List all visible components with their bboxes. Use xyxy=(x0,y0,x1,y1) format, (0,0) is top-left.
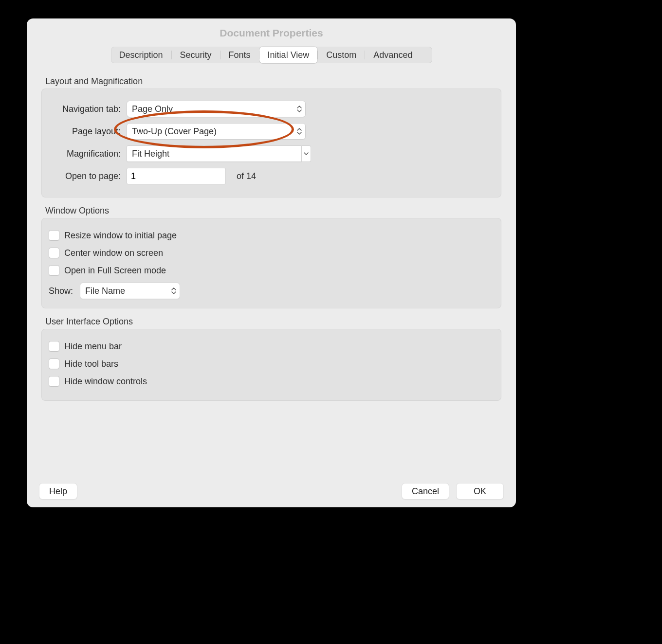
select-show[interactable]: File Name xyxy=(80,283,180,299)
section-layout: Navigation tab: Page Only Page layout: T… xyxy=(41,89,501,197)
checkbox-center-window[interactable] xyxy=(49,248,59,258)
label-of-pages: of 14 xyxy=(226,171,256,181)
label-magnification: Magnification: xyxy=(49,149,127,159)
select-page-layout-value: Two-Up (Cover Page) xyxy=(132,126,217,137)
cancel-button[interactable]: Cancel xyxy=(402,483,449,500)
label-hide-menu-bar: Hide menu bar xyxy=(64,341,122,352)
select-page-layout[interactable]: Two-Up (Cover Page) xyxy=(127,123,306,140)
combo-magnification-dropdown[interactable] xyxy=(302,145,311,162)
window-title: Document Properties xyxy=(27,18,516,47)
checkbox-resize-window[interactable] xyxy=(49,230,59,241)
help-button[interactable]: Help xyxy=(39,483,77,500)
label-fullscreen: Open in Full Screen mode xyxy=(64,266,166,276)
label-navigation-tab: Navigation tab: xyxy=(49,104,127,114)
section-title-window: Window Options xyxy=(41,197,501,218)
select-navigation-tab[interactable]: Page Only xyxy=(127,101,306,117)
label-open-to-page: Open to page: xyxy=(49,171,127,181)
checkbox-hide-tool-bars[interactable] xyxy=(49,358,59,369)
tab-description[interactable]: Description xyxy=(111,47,171,63)
updown-icon xyxy=(171,287,176,294)
tab-security[interactable]: Security xyxy=(172,47,220,63)
footer: Help Cancel OK xyxy=(27,483,516,500)
checkbox-fullscreen[interactable] xyxy=(49,265,59,276)
checkbox-hide-menu-bar[interactable] xyxy=(49,341,59,352)
input-open-to-page[interactable] xyxy=(127,168,226,184)
tab-advanced[interactable]: Advanced xyxy=(365,47,421,63)
select-show-value: File Name xyxy=(85,286,125,296)
section-ui-options: Hide menu bar Hide tool bars Hide window… xyxy=(41,329,501,401)
label-page-layout: Page layout: xyxy=(49,126,127,137)
tab-fonts[interactable]: Fonts xyxy=(221,47,259,63)
combo-magnification-value: Fit Height xyxy=(132,149,169,159)
tab-bar: Description Security Fonts Initial View … xyxy=(111,47,432,63)
section-title-layout: Layout and Magnification xyxy=(41,68,501,89)
content-area: Layout and Magnification Navigation tab:… xyxy=(27,63,516,401)
ok-button[interactable]: OK xyxy=(456,483,504,500)
checkbox-hide-window-controls[interactable] xyxy=(49,376,59,387)
combo-magnification[interactable]: Fit Height xyxy=(127,145,302,162)
label-hide-tool-bars: Hide tool bars xyxy=(64,359,118,369)
section-window-options: Resize window to initial page Center win… xyxy=(41,218,501,308)
tab-custom[interactable]: Custom xyxy=(318,47,365,63)
label-hide-window-controls: Hide window controls xyxy=(64,376,147,387)
updown-icon xyxy=(297,128,302,135)
chevron-down-icon xyxy=(304,152,309,156)
document-properties-window: Document Properties Description Security… xyxy=(27,18,516,507)
label-show: Show: xyxy=(49,286,80,296)
select-navigation-tab-value: Page Only xyxy=(132,104,173,114)
tab-initial-view[interactable]: Initial View xyxy=(259,47,318,63)
section-title-ui: User Interface Options xyxy=(41,308,501,329)
label-center-window: Center window on screen xyxy=(64,248,163,258)
label-resize-window: Resize window to initial page xyxy=(64,231,177,241)
updown-icon xyxy=(297,106,302,112)
